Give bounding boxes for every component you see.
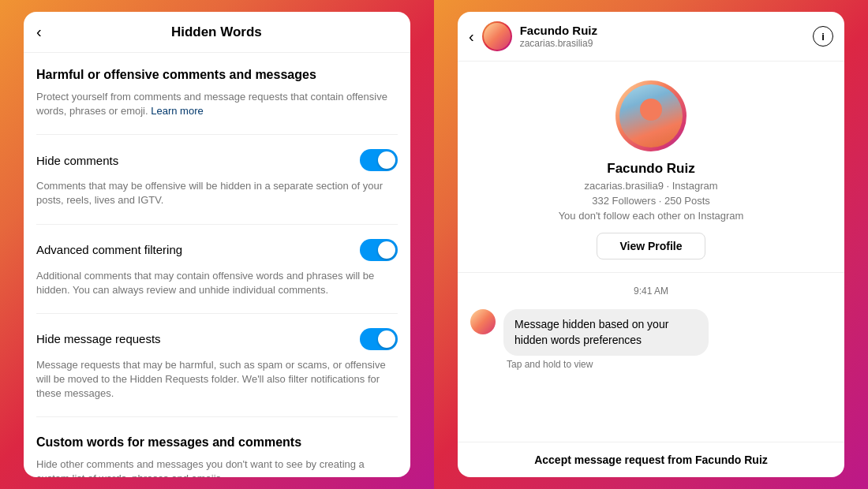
section2-title: Custom words for messages and comments [36, 420, 398, 457]
left-phone: ‹ Hidden Words Harmful or offensive comm… [24, 12, 410, 477]
left-panel: ‹ Hidden Words Harmful or offensive comm… [0, 0, 434, 489]
section1-desc-text: Protect yourself from comments and messa… [36, 91, 387, 117]
left-content: Harmful or offensive comments and messag… [24, 53, 410, 477]
header-avatar [482, 21, 512, 51]
message-bubble[interactable]: Message hidden based on your hidden word… [503, 309, 709, 356]
header-username: Facundo Ruiz [520, 24, 813, 38]
divider4 [36, 416, 398, 417]
toggle3-row: Hide message requests [36, 317, 398, 358]
page-title: Hidden Words [51, 24, 382, 40]
back-icon[interactable]: ‹ [36, 23, 42, 41]
info-icon[interactable]: i [813, 26, 833, 47]
right-back-icon[interactable]: ‹ [469, 28, 474, 46]
view-profile-button[interactable]: View Profile [597, 233, 705, 259]
toggle1-desc: Comments that may be offensive will be h… [36, 179, 398, 220]
advanced-comment-toggle[interactable] [360, 239, 398, 261]
profile-follow-status: You don't follow each other on Instagram [559, 210, 744, 222]
right-panel: ‹ Facundo Ruiz zacarias.brasilia9 i Facu… [434, 0, 868, 489]
profile-meta: zacarias.brasilia9 · Instagram [584, 180, 717, 192]
tap-hold-hint: Tap and hold to view [503, 359, 709, 370]
section1-title: Harmful or offensive comments and messag… [36, 53, 398, 90]
message-timestamp: 9:41 AM [470, 286, 832, 297]
profile-name: Facundo Ruiz [607, 161, 694, 177]
toggle1-label: Hide comments [36, 154, 118, 167]
profile-card: Facundo Ruiz zacarias.brasilia9 · Instag… [458, 62, 844, 273]
header-avatar-placeholder [484, 23, 511, 50]
message-avatar [470, 309, 496, 334]
learn-more-link[interactable]: Learn more [151, 105, 203, 117]
toggle2-label: Advanced comment filtering [36, 243, 182, 256]
toggle1-row: Hide comments [36, 138, 398, 179]
profile-avatar-inner [619, 84, 683, 147]
divider1 [36, 134, 398, 135]
section1-desc: Protect yourself from comments and messa… [36, 90, 398, 131]
divider2 [36, 224, 398, 225]
accept-bar[interactable]: Accept message request from Facundo Ruiz [458, 442, 844, 477]
right-header: ‹ Facundo Ruiz zacarias.brasilia9 i [458, 12, 844, 62]
left-header: ‹ Hidden Words [24, 12, 410, 53]
toggle2-desc: Additional comments that may contain off… [36, 269, 398, 310]
section2-desc: Hide other comments and messages you don… [36, 457, 398, 477]
profile-stats: 332 Followers · 250 Posts [592, 195, 710, 207]
hide-requests-toggle[interactable] [360, 328, 398, 350]
toggle2-row: Advanced comment filtering [36, 228, 398, 269]
message-row: Message hidden based on your hidden word… [470, 309, 832, 370]
message-area: 9:41 AM Message hidden based on your hid… [458, 273, 844, 442]
toggle3-desc: Message requests that may be harmful, su… [36, 358, 398, 414]
right-phone: ‹ Facundo Ruiz zacarias.brasilia9 i Facu… [458, 12, 844, 477]
header-user-info: Facundo Ruiz zacarias.brasilia9 [520, 24, 813, 49]
right-content: Facundo Ruiz zacarias.brasilia9 · Instag… [458, 62, 844, 477]
toggle3-label: Hide message requests [36, 332, 161, 345]
hide-comments-toggle[interactable] [360, 149, 398, 171]
divider3 [36, 313, 398, 314]
message-bubble-container: Message hidden based on your hidden word… [503, 309, 709, 370]
header-handle: zacarias.brasilia9 [520, 38, 813, 49]
profile-avatar-large [615, 80, 687, 151]
